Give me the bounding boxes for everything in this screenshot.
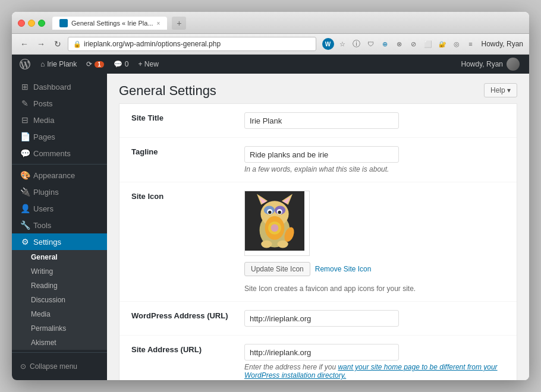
submenu-item-reading[interactable]: Reading — [12, 279, 107, 293]
page-title: General Settings — [119, 83, 216, 99]
browser-user-label: Howdy, Ryan — [482, 40, 523, 48]
site-title-input[interactable] — [244, 112, 399, 129]
tab-favicon — [59, 19, 68, 27]
browser-navbar: ← → ↻ 🔒 irieplank.org/wp-admin/options-g… — [12, 34, 529, 55]
tagline-input[interactable] — [244, 146, 399, 163]
menu-icon[interactable]: ≡ — [465, 38, 477, 50]
sidebar-item-tools[interactable]: 🔧 Tools — [12, 217, 107, 233]
collapse-menu-button[interactable]: ⊙ Collapse menu — [12, 358, 107, 375]
sidebar-item-posts[interactable]: ✎ Posts — [12, 95, 107, 112]
admin-bar-updates[interactable]: ⟳ 1 — [81, 55, 109, 74]
site-address-input[interactable] — [244, 344, 399, 361]
tools-icon: 🔧 — [20, 220, 30, 230]
wp-logo-button[interactable] — [17, 55, 33, 74]
submenu-item-discussion[interactable]: Discussion — [12, 293, 107, 307]
sidebar-item-settings[interactable]: ⚙ Settings — [12, 233, 107, 250]
site-icon-row: Site Icon — [119, 182, 517, 302]
collapse-arrow-icon: ⊙ — [20, 362, 26, 371]
wp-admin-bar: ⌂ Irie Plank ⟳ 1 💬 0 + New Howdy, Ryan — [12, 55, 529, 74]
submenu-item-general[interactable]: General — [12, 250, 107, 264]
wp-address-row: WordPress Address (URL) — [119, 302, 517, 336]
howdy-text: Howdy, Ryan — [461, 60, 503, 68]
wp-main: ⊞ Dashboard ✎ Posts ⊟ Media 📄 Pages 💬 — [12, 74, 529, 380]
close-window-button[interactable] — [18, 20, 25, 27]
admin-bar-new[interactable]: + New — [134, 55, 163, 74]
wp-icon: W — [322, 38, 334, 50]
tab-close-button[interactable]: × — [157, 20, 161, 27]
howdy-greeting[interactable]: Howdy, Ryan — [457, 58, 524, 71]
remove-site-icon-button[interactable]: Remove Site Icon — [315, 263, 372, 276]
wp-content: General Settings Help ▾ Site Title — [107, 74, 529, 380]
wp-address-input[interactable] — [244, 310, 399, 327]
settings-submenu: General Writing Reading Discussion Media — [12, 250, 107, 350]
tagline-row: Tagline In a few words, explain what thi… — [119, 138, 517, 182]
submenu-label-akismet: Akismet — [31, 339, 56, 347]
extension3-icon: ◎ — [451, 38, 463, 50]
info-icon[interactable]: ⓘ — [351, 38, 363, 50]
sidebar-item-label-plugins: Plugins — [33, 188, 59, 197]
forward-button[interactable]: → — [34, 37, 48, 50]
users-icon: 👤 — [20, 204, 30, 213]
settings-form: Site Title Tagline — [119, 103, 517, 380]
comment-icon: 💬 — [114, 60, 122, 68]
back-button[interactable]: ← — [18, 37, 31, 50]
submenu-item-permalinks[interactable]: Permalinks — [12, 321, 107, 336]
site-icon-container: Update Site Icon Remove Site Icon Site I… — [244, 191, 505, 293]
site-address-label: Site Address (URL) — [119, 336, 238, 381]
submenu-label-discussion: Discussion — [31, 296, 65, 304]
screenshot-icon: ⬜ — [422, 38, 434, 50]
sidebar-item-dashboard[interactable]: ⊞ Dashboard — [12, 78, 107, 95]
svg-point-18 — [278, 241, 288, 248]
submenu-item-media[interactable]: Media — [12, 307, 107, 321]
submenu-label-media: Media — [31, 310, 51, 318]
svg-point-16 — [271, 224, 279, 232]
admin-bar-comments[interactable]: 💬 0 — [109, 55, 134, 74]
sidebar-item-plugins[interactable]: 🔌 Plugins — [12, 184, 107, 200]
admin-bar-site[interactable]: ⌂ Irie Plank — [36, 55, 81, 74]
browser-nav-icons: W ☆ ⓘ 🛡 ⊕ ⊗ ⊘ ⬜ 🔐 ◎ ≡ — [322, 38, 477, 50]
tagline-label: Tagline — [119, 138, 238, 182]
sidebar-item-users[interactable]: 👤 Users — [12, 200, 107, 217]
sidebar-sep-1 — [12, 164, 107, 165]
site-title-label: Site Title — [119, 104, 238, 138]
submenu-label-permalinks: Permalinks — [31, 324, 66, 333]
sidebar-sep-2 — [12, 352, 107, 353]
shield2-icon: ⊕ — [379, 38, 391, 50]
sidebar-item-label-settings: Settings — [33, 238, 61, 246]
bookmark-icon[interactable]: ☆ — [336, 38, 348, 50]
browser-tab[interactable]: General Settings « Irie Pla... × — [52, 17, 167, 30]
comments-icon: 💬 — [20, 148, 30, 158]
maximize-window-button[interactable] — [38, 20, 45, 27]
sidebar-item-comments[interactable]: 💬 Comments — [12, 145, 107, 162]
sidebar-item-pages[interactable]: 📄 Pages — [12, 128, 107, 145]
site-title-cell — [238, 104, 517, 138]
pages-icon: 📄 — [20, 132, 30, 141]
new-tab-button[interactable]: + — [172, 17, 186, 30]
sidebar-item-label-comments: Comments — [33, 149, 71, 158]
svg-point-11 — [268, 211, 271, 214]
admin-bar-right: Howdy, Ryan — [457, 58, 524, 71]
tagline-cell: In a few words, explain what this site i… — [238, 138, 517, 182]
refresh-button[interactable]: ↻ — [51, 37, 64, 50]
dashboard-icon: ⊞ — [20, 82, 30, 91]
browser-window: General Settings « Irie Pla... × + ← → ↻… — [12, 12, 529, 380]
content-header: General Settings Help ▾ — [107, 74, 529, 103]
sidebar-item-appearance[interactable]: 🎨 Appearance — [12, 167, 107, 184]
traffic-lights — [18, 20, 45, 27]
comments-count: 0 — [125, 60, 129, 68]
minimize-window-button[interactable] — [28, 20, 35, 27]
submenu-item-akismet[interactable]: Akismet — [12, 336, 107, 350]
sidebar-item-media[interactable]: ⊟ Media — [12, 112, 107, 128]
update-site-icon-button[interactable]: Update Site Icon — [244, 262, 310, 276]
update-count-badge: 1 — [95, 61, 104, 68]
wp-address-cell — [238, 302, 517, 336]
collapse-menu-label: Collapse menu — [30, 362, 77, 371]
tab-title: General Settings « Irie Pla... — [71, 20, 153, 27]
address-bar[interactable]: 🔒 irieplank.org/wp-admin/options-general… — [68, 37, 316, 51]
site-address-cell: Enter the address here if you want your … — [238, 336, 517, 381]
site-icon-cell: Update Site Icon Remove Site Icon Site I… — [238, 182, 517, 302]
submenu-item-writing[interactable]: Writing — [12, 264, 107, 279]
help-button[interactable]: Help ▾ — [484, 83, 517, 97]
submenu-label-reading: Reading — [31, 282, 58, 290]
sidebar-item-label-media: Media — [33, 116, 54, 125]
